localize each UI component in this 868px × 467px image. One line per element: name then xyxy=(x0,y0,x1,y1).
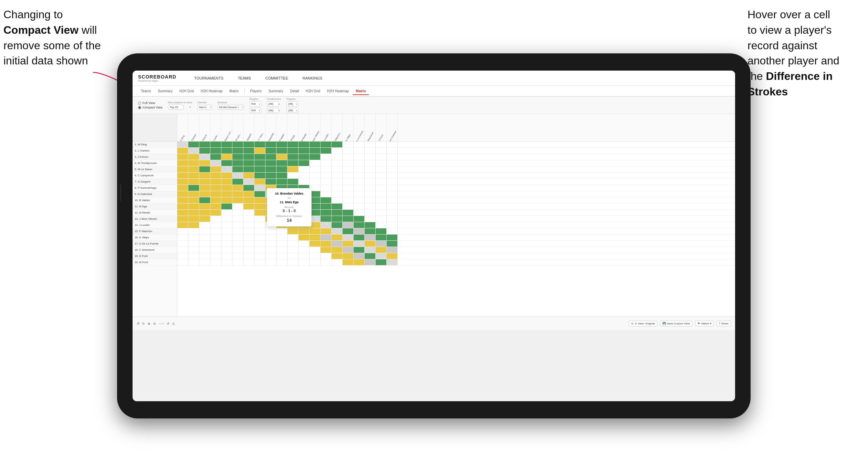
grid-cell[interactable] xyxy=(210,166,221,173)
grid-cell[interactable] xyxy=(332,166,343,173)
conference-select[interactable]: (All) xyxy=(267,101,279,106)
grid-cell[interactable] xyxy=(265,228,276,235)
grid-cell[interactable] xyxy=(287,253,299,259)
grid-cell[interactable] xyxy=(387,210,398,216)
grid-cell[interactable] xyxy=(321,142,332,148)
grid-cell[interactable] xyxy=(376,179,387,185)
grid-cell[interactable] xyxy=(276,166,287,173)
grid-cell[interactable] xyxy=(365,241,376,247)
grid-cell[interactable] xyxy=(188,166,199,173)
grid-cell[interactable] xyxy=(387,253,398,259)
nav-rankings[interactable]: RANKINGS xyxy=(301,75,324,82)
grid-cell[interactable] xyxy=(343,191,354,197)
grid-cell[interactable] xyxy=(221,216,232,222)
grid-cell[interactable] xyxy=(343,241,354,247)
grid-cell[interactable] xyxy=(177,235,188,241)
grid-cell[interactable] xyxy=(177,148,188,154)
grid-cell[interactable] xyxy=(365,210,376,216)
grid-cell[interactable] xyxy=(221,148,232,154)
grid-cell[interactable] xyxy=(287,235,299,241)
grid-cell[interactable] xyxy=(387,228,398,235)
grid-cell[interactable] xyxy=(243,259,254,266)
grid-cell[interactable] xyxy=(332,204,343,210)
grid-cell[interactable] xyxy=(287,247,299,253)
grid-cell[interactable] xyxy=(221,191,232,197)
grid-cell[interactable] xyxy=(287,166,299,173)
grid-cell[interactable] xyxy=(387,185,398,191)
grid-cell[interactable] xyxy=(254,179,265,185)
grid-cell[interactable] xyxy=(265,247,276,253)
grid-cell[interactable] xyxy=(299,166,310,173)
grid-cell[interactable] xyxy=(210,197,221,204)
grid-cell[interactable] xyxy=(254,228,265,235)
grid-cell[interactable] xyxy=(299,148,310,154)
grid-cell[interactable] xyxy=(354,253,365,259)
grid-cell[interactable] xyxy=(332,154,343,160)
grid-cell[interactable] xyxy=(210,191,221,197)
grid-cell[interactable] xyxy=(354,222,365,228)
grid-cell[interactable] xyxy=(221,166,232,173)
grid-cell[interactable] xyxy=(365,148,376,154)
grid-cell[interactable] xyxy=(343,259,354,266)
grid-cell[interactable] xyxy=(332,160,343,166)
grid-cell[interactable] xyxy=(276,253,287,259)
grid-cell[interactable] xyxy=(254,191,265,197)
grid-cell[interactable] xyxy=(354,259,365,266)
grid-cell[interactable] xyxy=(265,142,276,148)
grid-cell[interactable] xyxy=(188,173,199,179)
grid-cell[interactable] xyxy=(177,179,188,185)
grid-cell[interactable] xyxy=(221,204,232,210)
grid-cell[interactable] xyxy=(188,228,199,235)
grid-cell[interactable] xyxy=(188,259,199,266)
grid-cell[interactable] xyxy=(243,216,254,222)
grid-cell[interactable] xyxy=(387,235,398,241)
grid-cell[interactable] xyxy=(343,160,354,166)
gender-select[interactable]: Men's xyxy=(198,105,212,110)
grid-cell[interactable] xyxy=(365,191,376,197)
grid-cell[interactable] xyxy=(177,173,188,179)
grid-cell[interactable] xyxy=(343,204,354,210)
grid-cell[interactable] xyxy=(276,259,287,266)
grid-cell[interactable] xyxy=(354,185,365,191)
grid-cell[interactable] xyxy=(365,235,376,241)
grid-cell[interactable] xyxy=(243,235,254,241)
grid-cell[interactable] xyxy=(299,253,310,259)
grid-cell[interactable] xyxy=(243,241,254,247)
grid-cell[interactable] xyxy=(332,197,343,204)
grid-cell[interactable] xyxy=(299,154,310,160)
sub-nav-h2h-heatmap-1[interactable]: H2H Heatmap xyxy=(198,88,225,94)
grid-cell[interactable] xyxy=(365,166,376,173)
conference-select-2[interactable]: (All) xyxy=(267,108,279,113)
grid-cell[interactable] xyxy=(321,216,332,222)
grid-cell[interactable] xyxy=(199,179,210,185)
grid-cell[interactable] xyxy=(210,185,221,191)
grid-cell[interactable] xyxy=(332,241,343,247)
grid-cell[interactable] xyxy=(210,204,221,210)
redo-icon[interactable]: ↻ xyxy=(142,322,145,325)
grid-cell[interactable] xyxy=(299,142,310,148)
grid-cell[interactable] xyxy=(221,210,232,216)
grid-cell[interactable] xyxy=(177,216,188,222)
grid-cell[interactable] xyxy=(188,179,199,185)
grid-cell[interactable] xyxy=(310,259,321,266)
grid-cell[interactable] xyxy=(343,210,354,216)
grid-cell[interactable] xyxy=(221,185,232,191)
grid-cell[interactable] xyxy=(343,235,354,241)
grid-cell[interactable] xyxy=(221,222,232,228)
grid-cell[interactable] xyxy=(188,216,199,222)
grid-cell[interactable] xyxy=(321,148,332,154)
grid-cell[interactable] xyxy=(332,216,343,222)
grid-cell[interactable] xyxy=(376,173,387,179)
grid-cell[interactable] xyxy=(177,222,188,228)
grid-cell[interactable] xyxy=(310,247,321,253)
grid-cell[interactable] xyxy=(232,148,243,154)
grid-cell[interactable] xyxy=(332,259,343,266)
grid-cell[interactable] xyxy=(254,204,265,210)
grid-cell[interactable] xyxy=(221,241,232,247)
grid-cell[interactable] xyxy=(254,259,265,266)
grid-cell[interactable] xyxy=(365,173,376,179)
grid-cell[interactable] xyxy=(265,253,276,259)
grid-cell[interactable] xyxy=(199,148,210,154)
grid-cell[interactable] xyxy=(221,259,232,266)
grid-cell[interactable] xyxy=(321,204,332,210)
